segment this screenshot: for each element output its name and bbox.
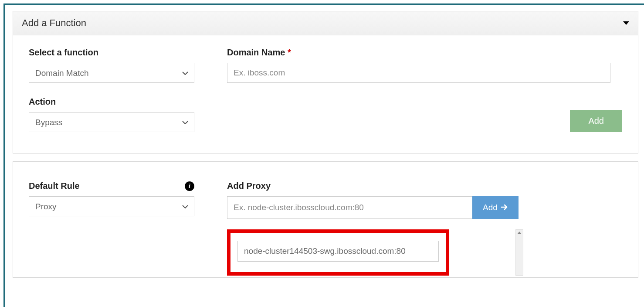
default-rule-dropdown[interactable]: Proxy xyxy=(29,196,194,216)
add-proxy-input[interactable] xyxy=(227,196,472,219)
action-label: Action xyxy=(29,97,227,107)
scrollbar[interactable] xyxy=(515,229,523,276)
panel-header[interactable]: Add a Function xyxy=(13,11,638,35)
select-function-dropdown[interactable]: Domain Match xyxy=(29,63,194,83)
panel-title: Add a Function xyxy=(22,17,86,29)
arrow-right-icon xyxy=(501,203,508,212)
proxy-list-item[interactable]: node-cluster144503-swg.ibosscloud.com:80 xyxy=(237,241,439,262)
add-proxy-label: Add Proxy xyxy=(227,181,622,191)
collapse-icon[interactable] xyxy=(623,21,629,25)
required-star-icon: * xyxy=(288,48,291,57)
panel-body: Select a function Domain Match Domain Na… xyxy=(13,35,638,153)
proxy-panel: Default Rule i Proxy Add Proxy xyxy=(13,161,638,278)
default-rule-label: Default Rule xyxy=(29,181,80,191)
highlighted-proxy-entry: node-cluster144503-swg.ibosscloud.com:80 xyxy=(227,229,449,276)
domain-name-label: Domain Name * xyxy=(227,48,622,58)
info-icon[interactable]: i xyxy=(185,181,194,191)
panel-body: Default Rule i Proxy Add Proxy xyxy=(13,162,638,277)
add-proxy-button-label: Add xyxy=(483,203,498,212)
select-function-label: Select a function xyxy=(29,48,227,58)
scroll-up-icon[interactable] xyxy=(517,232,522,234)
action-dropdown[interactable]: Bypass xyxy=(29,112,194,132)
add-function-panel: Add a Function Select a function Domain … xyxy=(13,11,638,154)
domain-name-input[interactable] xyxy=(227,63,610,83)
add-proxy-button[interactable]: Add xyxy=(472,196,519,219)
add-function-button[interactable]: Add xyxy=(570,110,622,132)
